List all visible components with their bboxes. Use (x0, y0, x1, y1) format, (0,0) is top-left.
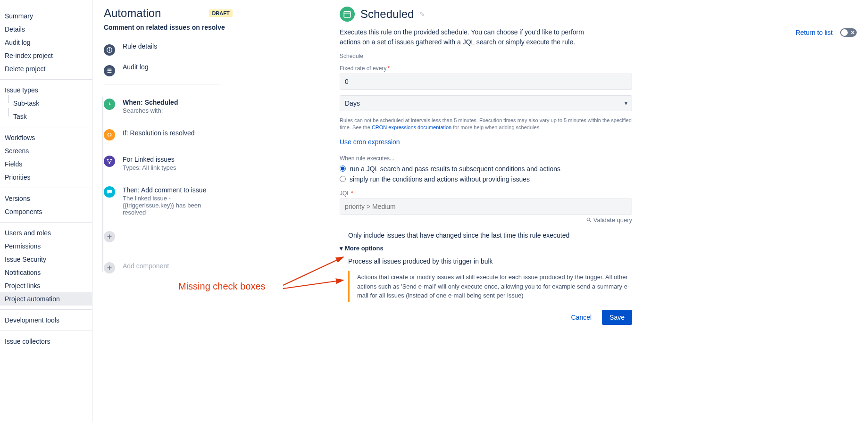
sidebar-versions[interactable]: Versions (0, 192, 92, 205)
svg-rect-4 (108, 70, 112, 71)
unit-select[interactable]: Days (340, 95, 632, 111)
draft-badge: DRAFT (209, 9, 232, 17)
radio-simple-label: simply run the conditions and actions wi… (350, 175, 530, 183)
when-sub: Searches with: (123, 107, 178, 114)
sidebar-issue-types[interactable]: Issue types (0, 83, 92, 97)
radio-simple-input[interactable] (340, 176, 346, 182)
branch-icon (104, 156, 115, 167)
jql-label: JQL (340, 190, 632, 197)
sidebar-fields[interactable]: Fields (0, 157, 92, 171)
list-icon (104, 65, 115, 76)
sidebar-issue-collectors[interactable]: Issue collectors (0, 335, 92, 348)
rule-details-row[interactable]: Rule details (104, 39, 321, 59)
svg-rect-5 (108, 72, 112, 73)
sidebar-dev-tools[interactable]: Development tools (0, 314, 92, 327)
then-step[interactable]: Then: Add comment to issue The linked is… (104, 179, 321, 223)
chevron-down-icon: ▾ (340, 245, 343, 252)
radio-jql-label: run a JQL search and pass results to sub… (350, 165, 560, 173)
audit-log-row[interactable]: Audit log (104, 59, 321, 80)
schedule-help-text: Rules can not be scheduled at intervals … (340, 117, 632, 132)
more-options-toggle[interactable]: ▾ More options (340, 245, 632, 252)
close-icon: ✕ (851, 30, 855, 36)
sidebar-project-links[interactable]: Project links (0, 279, 92, 292)
jql-input[interactable] (340, 199, 632, 215)
radio-jql-search[interactable]: run a JQL search and pass results to sub… (340, 164, 632, 174)
plus-icon (104, 262, 115, 273)
sidebar-audit-log[interactable]: Audit log (0, 36, 92, 49)
sidebar-screens[interactable]: Screens (0, 144, 92, 157)
process-bulk-option[interactable]: Process all issues produced by this trig… (348, 256, 632, 267)
cancel-button[interactable]: Cancel (565, 310, 597, 325)
svg-point-11 (587, 218, 590, 221)
sidebar-task[interactable]: Task (0, 110, 92, 123)
add-component-inner[interactable] (104, 223, 321, 250)
sidebar-components[interactable]: Components (0, 205, 92, 218)
sidebar-delete-project[interactable]: Delete project (0, 62, 92, 75)
main-content: Automation DRAFT Comment on related issu… (92, 0, 868, 422)
sidebar-subtask[interactable]: Sub-task (0, 97, 92, 110)
page-title: Automation (104, 7, 161, 20)
save-button[interactable]: Save (602, 310, 632, 325)
when-executes-label: When rule executes... (340, 155, 632, 162)
project-sidebar: Summary Details Audit log Re-index proje… (0, 0, 92, 422)
clock-icon (104, 99, 115, 110)
comment-icon (104, 186, 115, 198)
scheduled-panel: Scheduled ✎ Executes this rule on the pr… (330, 7, 632, 415)
validate-label: Validate query (593, 216, 632, 223)
svg-rect-10 (344, 11, 351, 17)
sidebar-reindex[interactable]: Re-index project (0, 49, 92, 62)
more-options-label: More options (345, 245, 384, 252)
fixed-rate-label: Fixed rate of every (340, 65, 632, 72)
only-changed-option[interactable]: Only include issues that have changed si… (348, 230, 632, 241)
add-component-outer[interactable]: Add component (104, 255, 321, 281)
radio-jql-input[interactable] (340, 165, 346, 172)
then-sub: The linked issue - {{triggerIssue.key}} … (123, 195, 217, 216)
sidebar-project-automation[interactable]: Project automation (0, 292, 92, 306)
rule-tree-column: Automation DRAFT Comment on related issu… (104, 7, 330, 415)
sidebar-issue-security[interactable]: Issue Security (0, 253, 92, 266)
rule-enabled-toggle[interactable]: ✕ (840, 28, 857, 37)
svg-rect-1 (109, 50, 110, 51)
sidebar-details[interactable]: Details (0, 23, 92, 36)
condition-icon (104, 129, 115, 141)
sidebar-notifications[interactable]: Notifications (0, 266, 92, 279)
schedule-label: Schedule (340, 53, 632, 59)
radio-simple[interactable]: simply run the conditions and actions wi… (340, 174, 632, 184)
svg-point-7 (107, 159, 109, 161)
when-title: When: Scheduled (123, 99, 178, 106)
sidebar-summary[interactable]: Summary (0, 9, 92, 23)
rule-name: Comment on related issues on resolve (104, 24, 226, 31)
rule-details-label: Rule details (123, 42, 157, 50)
edit-icon[interactable]: ✎ (419, 10, 425, 18)
clock-icon (340, 7, 355, 22)
svg-point-8 (110, 159, 112, 161)
cron-doc-link[interactable]: CRON expressions documentation (372, 124, 451, 130)
sidebar-permissions[interactable]: Permissions (0, 240, 92, 253)
use-cron-link[interactable]: Use cron expression (340, 135, 400, 149)
when-step[interactable]: When: Scheduled Searches with: (104, 91, 321, 122)
panel-description: Executes this rule on the provided sched… (340, 27, 604, 47)
if-step[interactable]: If: Resolution is resolved (104, 122, 321, 148)
add-component-label: Add component (123, 262, 169, 270)
info-icon (104, 44, 115, 56)
panel-title: Scheduled (360, 8, 414, 21)
audit-log-label: Audit log (123, 63, 148, 71)
top-right-controls: Return to list ✕ (795, 28, 857, 37)
if-title: If: Resolution is resolved (123, 129, 195, 137)
svg-rect-2 (109, 49, 110, 50)
for-sub: Types: All link types (123, 164, 176, 171)
return-to-list-link[interactable]: Return to list (795, 29, 833, 36)
for-step[interactable]: For Linked issues Types: All link types (104, 148, 321, 179)
plus-icon (104, 231, 115, 242)
svg-rect-3 (108, 69, 112, 70)
fixed-rate-input[interactable] (340, 74, 632, 90)
sidebar-users-roles[interactable]: Users and roles (0, 226, 92, 240)
sidebar-workflows[interactable]: Workflows (0, 131, 92, 144)
search-icon (586, 217, 592, 223)
sidebar-priorities[interactable]: Priorities (0, 171, 92, 184)
then-title: Then: Add comment to issue (123, 186, 217, 194)
validate-query-link[interactable]: Validate query (586, 216, 632, 223)
bulk-info-text: Actions that create or modify issues wil… (348, 271, 632, 302)
for-title: For Linked issues (123, 156, 176, 163)
